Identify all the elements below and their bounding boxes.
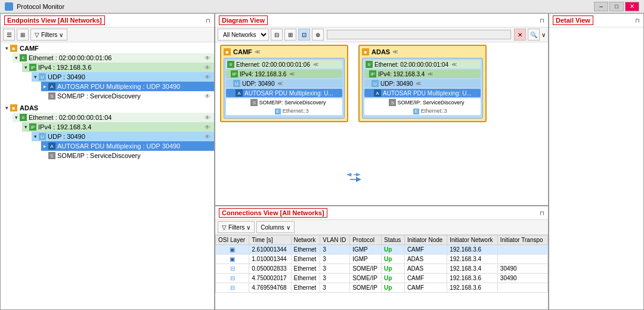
conn-filter-button[interactable]: ▽ Filters ∨	[218, 221, 255, 233]
camf-row-udp: U UDP: 30490 ≪	[226, 79, 342, 88]
udp-icon-adas: U	[39, 133, 46, 140]
eye-icon-camf-ethernet[interactable]: 👁	[205, 55, 210, 61]
filter-button[interactable]: ▽ Filters ∨	[30, 29, 67, 41]
conn-columns-button[interactable]: Columns ∨	[256, 221, 294, 233]
diagram-panel-title: Diagram View	[219, 16, 268, 25]
col-network: Network	[291, 235, 320, 245]
tree-item-camf-udp[interactable]: ▾ U UDP : 30490 👁	[32, 72, 214, 82]
minimize-button[interactable]: –	[594, 2, 608, 11]
cell-osi-layer: ⊟	[216, 274, 249, 283]
adas-inner-box: ≡ Ethernet: 02:00:00:00:01:04 ≪ IP IPv4:…	[362, 58, 483, 119]
adas-row-udp: U UDP: 30490 ≪	[364, 79, 481, 88]
table-row[interactable]: ⊟ 0.050002833 Ethernet 3 SOME/IP Up ADAS…	[216, 264, 548, 274]
tree-item-camf[interactable]: ▾ ■ CAMF	[1, 44, 214, 53]
close-button[interactable]: ✕	[625, 2, 639, 11]
diagram-panel-header: Diagram View ⊓	[215, 14, 548, 27]
tree-label-camf-someip: SOME/IP : ServiceDiscovery	[57, 92, 141, 100]
expand-arrow-camf-ipv4: ▾	[22, 64, 29, 70]
diagram-node-camf-title: ■ CAMF ≪	[224, 48, 345, 55]
ipv4-icon-adas: IP	[29, 123, 36, 131]
tree-item-camf-ethernet[interactable]: ▾ ≡ Ethernet : 02:00:00:00:01:06 👁	[13, 53, 214, 63]
cell-network: Ethernet	[291, 264, 320, 274]
endpoints-tree: ▾ ■ CAMF ▾ ≡ Ethernet : 02:00:00:00:01:0…	[1, 42, 214, 309]
grid-view-button[interactable]: ⊞	[17, 29, 29, 41]
col-vlan-id: VLAN ID	[320, 235, 350, 245]
eye-icon-adas-udp[interactable]: 👁	[205, 134, 210, 140]
status-badge: Up	[384, 246, 392, 253]
diagram-tb-btn4[interactable]: ⊕	[312, 29, 324, 41]
table-row[interactable]: ⊟ 4.769594768 Ethernet 3 SOME/IP Up CAMF…	[216, 283, 548, 293]
diagram-search-button[interactable]: 🔍	[528, 29, 540, 41]
filter-chevron-icon: ∨	[59, 32, 63, 38]
cell-initiator-network: 192.168.3.6	[447, 274, 498, 283]
camf-ipv4-icon: IP	[231, 70, 238, 78]
tree-label-adas: ADAS	[20, 104, 38, 111]
adas-title-icon: ■	[362, 48, 369, 55]
svg-marker-3	[356, 173, 361, 176]
tree-label-camf: CAMF	[20, 45, 39, 52]
status-badge: Up	[384, 265, 392, 272]
tree-item-camf-autosar[interactable]: ▸ A AUTOSAR PDU Multiplexing : UDP 30490	[41, 82, 214, 91]
filter-label: Filters	[41, 32, 57, 38]
cell-initiator-node: CAMF	[404, 283, 447, 293]
list-view-button[interactable]: ☰	[3, 29, 15, 41]
tree-label-camf-ipv4: IPv4 : 192.168.3.6	[38, 64, 91, 71]
cell-network: Ethernet	[291, 274, 320, 283]
diagram-tb-btn1[interactable]: ⊟	[271, 29, 283, 41]
tree-item-adas[interactable]: ▾ ■ ADAS	[1, 103, 214, 113]
diagram-tb-btn3[interactable]: ⊡	[298, 29, 310, 41]
cell-status: Up	[381, 245, 404, 255]
udp-icon-camf: U	[39, 73, 46, 80]
connections-table: OSI Layer Time [s] Network VLAN ID Proto…	[215, 235, 548, 293]
table-row[interactable]: ▣ 1.010001344 Ethernet 3 IGMP Up ADAS 19…	[216, 255, 548, 264]
tree-item-adas-someip[interactable]: S SOME/IP : ServiceDiscovery	[41, 151, 214, 160]
detail-content	[549, 27, 643, 309]
tree-label-adas-ipv4: IPv4 : 192.168.3.4	[38, 123, 91, 131]
ipv4-icon-camf: IP	[29, 64, 36, 71]
tree-item-adas-udp[interactable]: ▾ U UDP : 30490 👁	[32, 132, 214, 141]
network-select[interactable]: All Networks	[218, 29, 269, 41]
cell-vlan-id: 3	[320, 255, 350, 264]
diagram-pin-button[interactable]: ⊓	[540, 17, 544, 24]
cell-initiator-transport	[497, 283, 547, 293]
layer-icon: ⊟	[230, 265, 235, 272]
cell-time: 1.010001344	[249, 255, 291, 264]
tree-item-adas-autosar[interactable]: ▸ A AUTOSAR PDU Multiplexing : UDP 30490	[41, 141, 214, 151]
camf-autosar-icon: A	[236, 89, 243, 97]
conn-columns-label: Columns	[261, 224, 284, 231]
eye-icon-camf-ipv4[interactable]: 👁	[205, 64, 210, 71]
cell-osi-layer: ⊟	[216, 264, 249, 274]
diagram-close-button[interactable]: ✕	[514, 29, 526, 41]
connections-pin-button[interactable]: ⊓	[540, 210, 544, 216]
diagram-node-adas-title: ■ ADAS ≪	[362, 48, 483, 55]
tree-item-adas-ethernet[interactable]: ▾ ≡ Ethernet : 02:00:00:00:01:04 👁	[13, 113, 214, 122]
maximize-button[interactable]: □	[609, 2, 624, 11]
app-title: Protocol Monitor	[17, 3, 64, 10]
eye-icon-adas-ipv4[interactable]: 👁	[205, 124, 210, 131]
endpoints-pin-button[interactable]: ⊓	[206, 17, 210, 24]
eye-icon-camf-udp[interactable]: 👁	[205, 74, 210, 80]
table-row[interactable]: ⊟ 4.750002017 Ethernet 3 SOME/IP Up CAMF…	[216, 274, 548, 283]
cell-protocol: SOME/IP	[350, 283, 382, 293]
endpoints-toolbar: ☰ ⊞ ▽ Filters ∨	[1, 27, 214, 42]
expand-arrow-adas-udp: ▾	[32, 134, 39, 140]
detail-pin-button[interactable]: ⊓	[635, 17, 640, 24]
endpoints-panel-header: Endpoints View [All Networks] ⊓	[1, 14, 214, 27]
eye-icon-camf-someip[interactable]: 👁	[205, 93, 210, 100]
tree-item-camf-someip[interactable]: S SOME/IP : ServiceDiscovery 👁	[41, 91, 214, 101]
main-layout: Endpoints View [All Networks] ⊓ ☰ ⊞ ▽ Fi…	[0, 13, 644, 310]
diagram-tb-btn2[interactable]: ⊞	[284, 29, 296, 41]
zoom-slider[interactable]	[327, 30, 511, 39]
tree-item-adas-ipv4[interactable]: ▾ IP IPv4 : 192.168.3.4 👁	[22, 122, 214, 132]
col-osi-layer: OSI Layer	[216, 235, 249, 245]
tree-item-camf-ipv4[interactable]: ▾ IP IPv4 : 192.168.3.6 👁	[22, 63, 214, 72]
col-initiator-node: Initiator Node	[404, 235, 447, 245]
tree-label-adas-ethernet: Ethernet : 02:00:00:00:01:04	[29, 114, 112, 121]
cell-status: Up	[381, 264, 404, 274]
filter-icon: ▽	[35, 32, 39, 38]
diagram-canvas: ■ CAMF ≪ ≡ Ethernet: 02:00:00:00:01:06 ≪…	[215, 42, 548, 205]
eye-icon-adas-ethernet[interactable]: 👁	[205, 114, 210, 121]
cell-initiator-network: 192.168.3.6	[447, 245, 498, 255]
table-row[interactable]: ▣ 2.610001344 Ethernet 3 IGMP Up CAMF 19…	[216, 245, 548, 255]
window-controls[interactable]: – □ ✕	[594, 2, 639, 11]
